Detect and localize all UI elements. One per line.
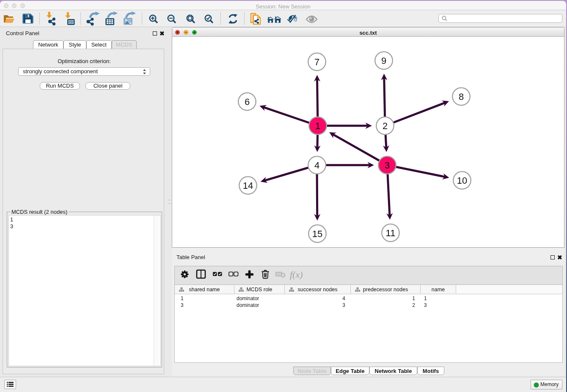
svg-text:11: 11	[386, 228, 396, 238]
svg-text:6: 6	[245, 97, 250, 107]
svg-text:f(x): f(x)	[290, 269, 303, 280]
svg-text:10: 10	[457, 175, 467, 186]
svg-text:3: 3	[385, 160, 390, 171]
svg-text:15: 15	[312, 229, 322, 239]
svg-text:9: 9	[381, 55, 386, 66]
svg-text:14: 14	[243, 180, 253, 191]
svg-text:8: 8	[459, 91, 464, 102]
svg-text:7: 7	[314, 57, 319, 67]
svg-text:1: 1	[315, 121, 320, 131]
svg-text:2: 2	[383, 121, 388, 131]
svg-text:4: 4	[314, 160, 319, 171]
